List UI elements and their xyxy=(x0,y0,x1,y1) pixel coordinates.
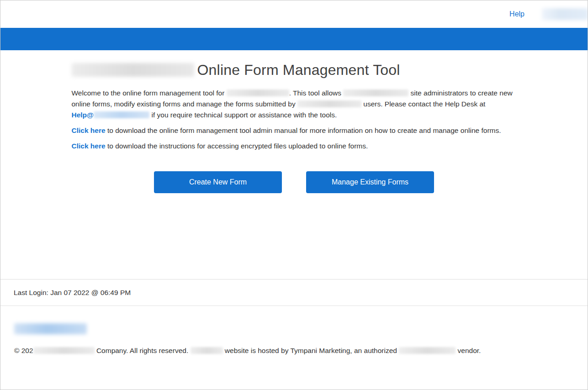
page-title: Online Form Management Tool xyxy=(72,61,517,79)
blue-header-band xyxy=(0,28,588,50)
encrypted-files-text: to download the instructions for accessi… xyxy=(106,142,368,150)
admin-manual-link[interactable]: Click here xyxy=(72,126,106,134)
page: Help Online Form Management Tool Welcome… xyxy=(0,0,588,390)
footer: © 202 Company. All rights reserved. webs… xyxy=(0,306,588,355)
intro-text-4: users. Please contact the Help Desk at xyxy=(361,100,485,108)
encrypted-files-paragraph: Click here to download the instructions … xyxy=(72,141,517,152)
redacted-email-domain[interactable] xyxy=(94,111,149,118)
redacted-brand-name xyxy=(72,63,194,77)
action-button-row: Create New Form Manage Existing Forms xyxy=(72,171,517,193)
last-login-text: Last Login: Jan 07 2022 @ 06:49 PM xyxy=(14,289,131,297)
intro-text-5: if you require technical support or assi… xyxy=(149,111,337,119)
encrypted-files-link[interactable]: Click here xyxy=(72,142,106,150)
copyright-text-1: © 202 xyxy=(14,347,33,354)
intro-text-2: . This tool allows xyxy=(289,89,344,97)
help-email-link[interactable]: Help@ xyxy=(72,111,94,119)
copyright-text-4: vendor. xyxy=(456,347,481,354)
page-title-text: Online Form Management Tool xyxy=(197,61,400,79)
redacted-company-name xyxy=(33,347,95,354)
content-column: Online Form Management Tool Welcome to t… xyxy=(72,50,517,193)
top-bar: Help xyxy=(0,0,588,28)
redacted-site-name-1 xyxy=(227,90,289,96)
session-strip: Last Login: Jan 07 2022 @ 06:49 PM xyxy=(0,279,588,306)
copyright-text-2: Company. All rights reserved. xyxy=(95,347,191,354)
create-new-form-button[interactable]: Create New Form xyxy=(154,171,282,193)
manage-existing-forms-button[interactable]: Manage Existing Forms xyxy=(306,171,434,193)
redacted-site-short-name xyxy=(191,347,223,354)
redacted-vendor-brand xyxy=(399,347,456,354)
redacted-site-name-3 xyxy=(297,100,361,107)
intro-text-1: Welcome to the online form management to… xyxy=(72,89,227,97)
help-link[interactable]: Help xyxy=(509,10,524,18)
admin-manual-text: to download the online form management t… xyxy=(106,126,501,134)
admin-manual-paragraph: Click here to download the online form m… xyxy=(72,125,517,136)
main-area: Online Form Management Tool Welcome to t… xyxy=(0,50,588,279)
redacted-user-menu[interactable] xyxy=(542,8,588,20)
redacted-footer-link[interactable] xyxy=(14,323,87,334)
redacted-site-name-2 xyxy=(343,90,408,96)
copyright-text-3: website is hosted by Tympani Marketing, … xyxy=(223,347,399,354)
copyright-line: © 202 Company. All rights reserved. webs… xyxy=(14,347,588,355)
intro-paragraph: Welcome to the online form management to… xyxy=(72,88,517,121)
